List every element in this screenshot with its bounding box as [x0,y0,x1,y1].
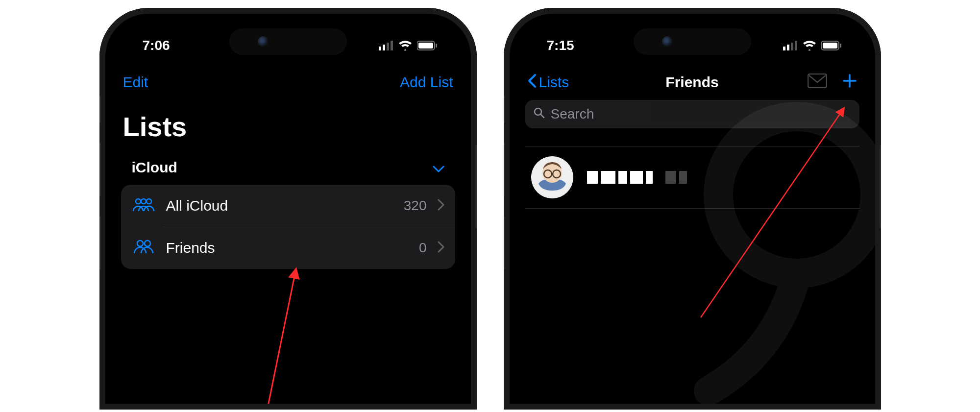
svg-line-23 [540,114,544,118]
svg-rect-15 [787,45,789,50]
cellular-signal-icon [379,41,393,50]
svg-rect-17 [795,41,797,50]
chevron-left-icon [527,73,537,92]
screen-left: 7:06 Edit Add List Lists iCloud [105,14,471,404]
dynamic-island [229,28,347,55]
svg-point-10 [137,241,143,246]
side-button-right [880,145,881,228]
add-contact-button[interactable] [842,73,858,92]
svg-point-9 [147,199,151,204]
section-header-icloud[interactable]: iCloud [119,156,457,185]
camera-icon [258,36,269,47]
people-3-icon [132,196,155,215]
camera-icon [662,36,673,47]
lists-card: All iCloud 320 Friends 0 [121,185,455,269]
side-button-right [475,145,477,228]
add-list-button[interactable]: Add List [400,74,453,91]
list-row-friends[interactable]: Friends 0 [121,227,455,269]
row-label: All iCloud [166,197,393,214]
svg-point-11 [145,241,150,246]
battery-icon [417,41,438,50]
svg-rect-19 [823,43,837,48]
dynamic-island [634,28,751,55]
phone-frame-left: 7:06 Edit Add List Lists iCloud [99,8,477,410]
edit-button[interactable]: Edit [123,74,148,91]
svg-point-8 [141,199,146,204]
svg-rect-0 [379,47,381,50]
svg-rect-16 [791,43,793,50]
back-button[interactable]: Lists [527,73,569,92]
svg-rect-20 [840,44,841,48]
list-row-all-icloud[interactable]: All iCloud 320 [121,185,455,227]
plus-icon [842,73,858,89]
battery-icon [821,41,842,50]
nav-bar: Lists Friends [523,68,861,97]
envelope-icon [808,73,827,88]
search-placeholder: Search [551,106,594,122]
avatar [531,156,573,198]
svg-rect-5 [418,43,433,48]
side-buttons-left [99,96,101,270]
nav-title: Friends [665,74,718,91]
nav-bar: Edit Add List [119,68,457,97]
svg-point-13 [718,117,875,273]
back-label: Lists [539,74,569,91]
row-count: 0 [419,240,427,256]
svg-rect-3 [391,41,393,50]
search-icon [533,106,545,122]
svg-rect-21 [808,74,827,88]
page-title: Lists [119,97,457,156]
row-count: 320 [404,198,427,214]
status-time: 7:15 [547,38,574,53]
svg-point-7 [136,199,141,204]
chevron-right-icon [438,241,444,255]
section-title: iCloud [132,159,177,176]
chevron-down-icon [433,159,444,176]
mail-button[interactable] [808,73,827,92]
svg-rect-1 [383,45,385,50]
svg-line-12 [267,271,295,404]
side-buttons-left [504,96,505,270]
annotation-arrow-icon [252,254,311,404]
row-label: Friends [166,240,408,256]
svg-rect-2 [387,43,389,50]
wifi-icon [398,41,412,50]
cellular-signal-icon [783,41,798,50]
chevron-right-icon [438,199,444,213]
svg-rect-6 [436,44,437,48]
wifi-icon [803,41,816,50]
people-2-icon [132,239,155,257]
svg-rect-14 [783,47,785,50]
watermark-icon [660,102,875,404]
status-time: 7:06 [143,38,170,53]
screen-right: 7:15 Lists Friends [510,14,875,404]
phone-frame-right: 7:15 Lists Friends [504,8,881,410]
